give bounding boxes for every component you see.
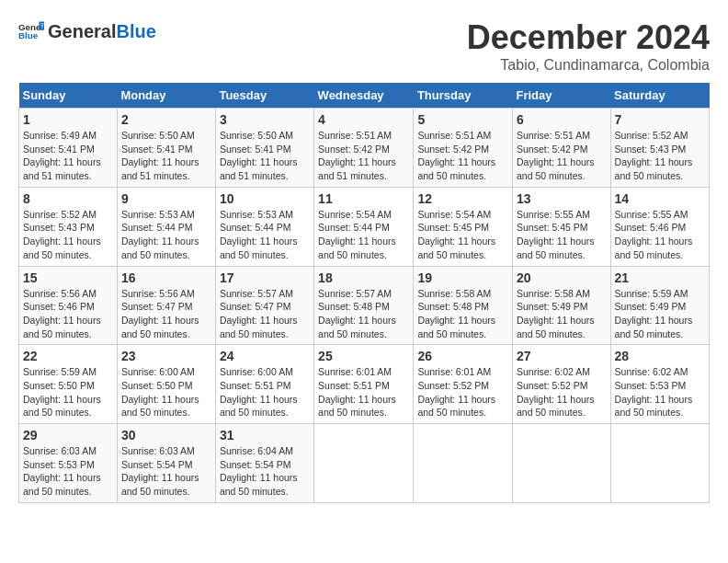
- day-info: Sunrise: 5:53 AM Sunset: 5:44 PM Dayligh…: [121, 208, 211, 262]
- main-title: December 2024: [467, 18, 710, 57]
- header-day-saturday: Saturday: [610, 83, 709, 109]
- day-number: 16: [121, 270, 211, 285]
- calendar-cell: 9 Sunrise: 5:53 AM Sunset: 5:44 PM Dayli…: [117, 187, 215, 266]
- day-number: 25: [318, 349, 409, 363]
- calendar-cell: 29 Sunrise: 6:03 AM Sunset: 5:53 PM Dayl…: [19, 424, 118, 503]
- day-number: 28: [615, 349, 705, 363]
- day-info: Sunrise: 6:03 AM Sunset: 5:54 PM Dayligh…: [121, 444, 211, 499]
- calendar-cell: 12 Sunrise: 5:54 AM Sunset: 5:45 PM Dayl…: [414, 187, 513, 266]
- day-info: Sunrise: 5:59 AM Sunset: 5:50 PM Dayligh…: [23, 365, 113, 419]
- day-number: 8: [23, 191, 113, 206]
- day-number: 22: [23, 349, 113, 363]
- day-info: Sunrise: 5:57 AM Sunset: 5:47 PM Dayligh…: [220, 287, 310, 341]
- day-number: 10: [220, 191, 310, 206]
- day-number: 19: [417, 270, 508, 285]
- day-number: 18: [318, 270, 409, 285]
- day-info: Sunrise: 5:59 AM Sunset: 5:49 PM Dayligh…: [615, 287, 705, 341]
- subtitle: Tabio, Cundinamarca, Colombia: [467, 57, 710, 74]
- svg-text:Blue: Blue: [18, 30, 39, 40]
- logo-general: General: [48, 21, 116, 42]
- calendar-week-5: 29 Sunrise: 6:03 AM Sunset: 5:53 PM Dayl…: [19, 424, 710, 503]
- calendar-cell: 13 Sunrise: 5:55 AM Sunset: 5:45 PM Dayl…: [512, 187, 610, 266]
- day-info: Sunrise: 5:49 AM Sunset: 5:41 PM Dayligh…: [23, 129, 113, 183]
- calendar-table: SundayMondayTuesdayWednesdayThursdayFrid…: [18, 83, 710, 503]
- day-number: 5: [417, 112, 508, 127]
- day-info: Sunrise: 5:50 AM Sunset: 5:41 PM Dayligh…: [121, 129, 211, 183]
- day-number: 26: [417, 349, 508, 363]
- header-day-tuesday: Tuesday: [215, 83, 313, 109]
- calendar-cell: 25 Sunrise: 6:01 AM Sunset: 5:51 PM Dayl…: [314, 345, 414, 424]
- calendar-header-row: SundayMondayTuesdayWednesdayThursdayFrid…: [19, 83, 710, 109]
- day-info: Sunrise: 5:51 AM Sunset: 5:42 PM Dayligh…: [417, 129, 508, 183]
- day-info: Sunrise: 5:52 AM Sunset: 5:43 PM Dayligh…: [615, 129, 705, 183]
- day-info: Sunrise: 6:01 AM Sunset: 5:51 PM Dayligh…: [318, 365, 409, 419]
- calendar-cell: 6 Sunrise: 5:51 AM Sunset: 5:42 PM Dayli…: [512, 109, 610, 188]
- day-info: Sunrise: 6:00 AM Sunset: 5:51 PM Dayligh…: [220, 365, 310, 419]
- day-info: Sunrise: 5:52 AM Sunset: 5:43 PM Dayligh…: [23, 208, 113, 262]
- day-info: Sunrise: 5:51 AM Sunset: 5:42 PM Dayligh…: [517, 129, 607, 183]
- calendar-cell: 15 Sunrise: 5:56 AM Sunset: 5:46 PM Dayl…: [19, 266, 118, 345]
- calendar-cell: [512, 424, 610, 503]
- calendar-cell: 7 Sunrise: 5:52 AM Sunset: 5:43 PM Dayli…: [610, 109, 709, 188]
- day-info: Sunrise: 5:56 AM Sunset: 5:46 PM Dayligh…: [23, 287, 113, 341]
- calendar-cell: 18 Sunrise: 5:57 AM Sunset: 5:48 PM Dayl…: [314, 266, 414, 345]
- header-day-friday: Friday: [512, 83, 610, 109]
- title-section: December 2024 Tabio, Cundinamarca, Colom…: [467, 18, 710, 74]
- day-info: Sunrise: 6:02 AM Sunset: 5:52 PM Dayligh…: [517, 365, 607, 419]
- day-info: Sunrise: 6:00 AM Sunset: 5:50 PM Dayligh…: [121, 365, 211, 419]
- calendar-cell: [610, 424, 709, 503]
- calendar-cell: [414, 424, 513, 503]
- page-header: General Blue GeneralBlue December 2024 T…: [18, 18, 710, 74]
- day-number: 31: [220, 428, 310, 442]
- calendar-cell: 17 Sunrise: 5:57 AM Sunset: 5:47 PM Dayl…: [215, 266, 313, 345]
- day-number: 20: [517, 270, 607, 285]
- day-number: 9: [121, 191, 211, 206]
- day-info: Sunrise: 5:57 AM Sunset: 5:48 PM Dayligh…: [318, 287, 409, 341]
- calendar-cell: 23 Sunrise: 6:00 AM Sunset: 5:50 PM Dayl…: [117, 345, 215, 424]
- day-number: 13: [517, 191, 607, 206]
- day-info: Sunrise: 5:58 AM Sunset: 5:48 PM Dayligh…: [417, 287, 508, 341]
- calendar-week-2: 8 Sunrise: 5:52 AM Sunset: 5:43 PM Dayli…: [19, 187, 710, 266]
- header-day-sunday: Sunday: [19, 83, 118, 109]
- calendar-week-1: 1 Sunrise: 5:49 AM Sunset: 5:41 PM Dayli…: [19, 109, 710, 188]
- day-info: Sunrise: 5:53 AM Sunset: 5:44 PM Dayligh…: [220, 208, 310, 262]
- logo: General Blue GeneralBlue: [18, 18, 156, 44]
- calendar-cell: 8 Sunrise: 5:52 AM Sunset: 5:43 PM Dayli…: [19, 187, 118, 266]
- calendar-cell: 24 Sunrise: 6:00 AM Sunset: 5:51 PM Dayl…: [215, 345, 313, 424]
- calendar-cell: 11 Sunrise: 5:54 AM Sunset: 5:44 PM Dayl…: [314, 187, 414, 266]
- calendar-week-3: 15 Sunrise: 5:56 AM Sunset: 5:46 PM Dayl…: [19, 266, 710, 345]
- day-number: 11: [318, 191, 409, 206]
- calendar-cell: 28 Sunrise: 6:02 AM Sunset: 5:53 PM Dayl…: [610, 345, 709, 424]
- calendar-cell: 14 Sunrise: 5:55 AM Sunset: 5:46 PM Dayl…: [610, 187, 709, 266]
- day-number: 6: [517, 112, 607, 127]
- day-info: Sunrise: 6:04 AM Sunset: 5:54 PM Dayligh…: [220, 444, 310, 499]
- day-number: 23: [121, 349, 211, 363]
- day-info: Sunrise: 5:56 AM Sunset: 5:47 PM Dayligh…: [121, 287, 211, 341]
- header-day-wednesday: Wednesday: [314, 83, 414, 109]
- day-number: 12: [417, 191, 508, 206]
- day-info: Sunrise: 6:01 AM Sunset: 5:52 PM Dayligh…: [417, 365, 508, 419]
- day-number: 24: [220, 349, 310, 363]
- day-info: Sunrise: 5:51 AM Sunset: 5:42 PM Dayligh…: [318, 129, 409, 183]
- day-info: Sunrise: 5:55 AM Sunset: 5:46 PM Dayligh…: [615, 208, 705, 262]
- day-info: Sunrise: 5:55 AM Sunset: 5:45 PM Dayligh…: [517, 208, 607, 262]
- day-info: Sunrise: 5:50 AM Sunset: 5:41 PM Dayligh…: [220, 129, 310, 183]
- day-number: 14: [615, 191, 705, 206]
- day-number: 3: [220, 112, 310, 127]
- day-number: 15: [23, 270, 113, 285]
- calendar-cell: 19 Sunrise: 5:58 AM Sunset: 5:48 PM Dayl…: [414, 266, 513, 345]
- logo-blue: Blue: [116, 21, 155, 42]
- day-number: 2: [121, 112, 211, 127]
- day-info: Sunrise: 5:54 AM Sunset: 5:45 PM Dayligh…: [417, 208, 508, 262]
- day-number: 7: [615, 112, 705, 127]
- calendar-cell: 16 Sunrise: 5:56 AM Sunset: 5:47 PM Dayl…: [117, 266, 215, 345]
- calendar-cell: 4 Sunrise: 5:51 AM Sunset: 5:42 PM Dayli…: [314, 109, 414, 188]
- header-day-monday: Monday: [117, 83, 215, 109]
- calendar-cell: [314, 424, 414, 503]
- calendar-cell: 20 Sunrise: 5:58 AM Sunset: 5:49 PM Dayl…: [512, 266, 610, 345]
- calendar-cell: 5 Sunrise: 5:51 AM Sunset: 5:42 PM Dayli…: [414, 109, 513, 188]
- calendar-cell: 1 Sunrise: 5:49 AM Sunset: 5:41 PM Dayli…: [19, 109, 118, 188]
- calendar-cell: 22 Sunrise: 5:59 AM Sunset: 5:50 PM Dayl…: [19, 345, 118, 424]
- calendar-cell: 3 Sunrise: 5:50 AM Sunset: 5:41 PM Dayli…: [215, 109, 313, 188]
- calendar-body: 1 Sunrise: 5:49 AM Sunset: 5:41 PM Dayli…: [19, 109, 710, 503]
